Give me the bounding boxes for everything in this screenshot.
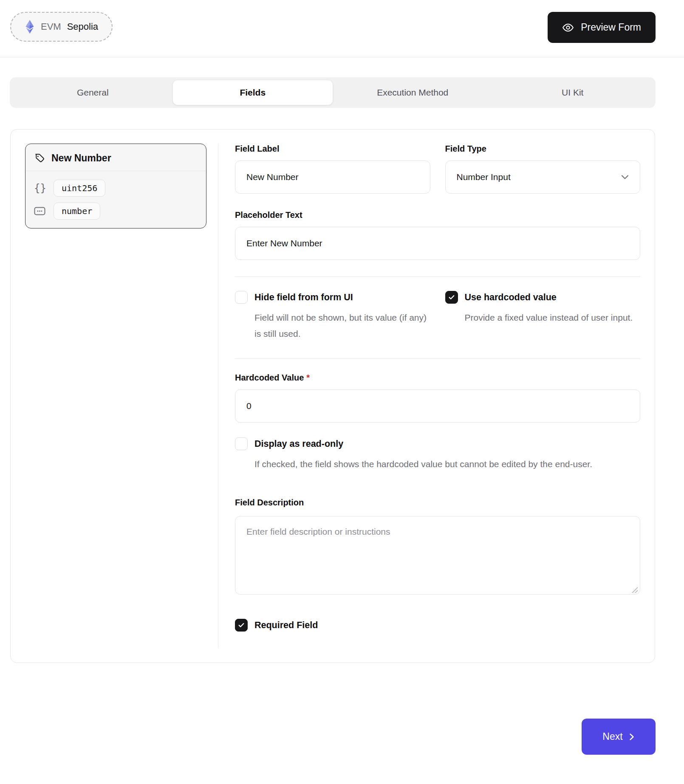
field-description-group: Field Description: [235, 497, 640, 596]
field-type-select[interactable]: Number Input: [445, 161, 641, 194]
chevron-right-icon: [629, 733, 635, 741]
field-description-label: Field Description: [235, 497, 640, 508]
field-description-textarea[interactable]: [235, 516, 640, 595]
hide-field-checkbox[interactable]: [235, 291, 248, 304]
preview-form-label: Preview Form: [581, 22, 641, 33]
tab-bar: General Fields Execution Method UI Kit: [10, 77, 656, 108]
field-label-label: Field Label: [235, 144, 430, 154]
tag-icon: [34, 152, 45, 164]
next-button[interactable]: Next: [582, 719, 656, 755]
input-box-icon: [34, 207, 47, 215]
field-type-value: Number Input: [457, 172, 511, 182]
tab-execution-method[interactable]: Execution Method: [333, 80, 493, 105]
badge-network-label: Sepolia: [67, 21, 98, 32]
badge-platform-label: EVM: [41, 21, 61, 32]
placeholder-text-input[interactable]: [235, 227, 640, 260]
eye-icon: [562, 22, 574, 34]
field-list-column: New Number {} uint256: [25, 144, 218, 648]
ethereum-icon: [25, 20, 35, 34]
field-type-group: Field Type Number Input: [445, 144, 641, 194]
use-hardcoded-checkbox[interactable]: [445, 291, 458, 304]
display-readonly-checkbox[interactable]: [235, 437, 248, 450]
field-card-header: New Number: [25, 144, 206, 171]
input-kind-badge: number: [54, 203, 100, 220]
fields-editor-card: New Number {} uint256: [10, 129, 655, 663]
required-asterisk: *: [306, 373, 310, 382]
field-card-badges: {} uint256 number: [25, 171, 206, 228]
use-hardcoded-label[interactable]: Use hardcoded value: [465, 291, 557, 304]
placeholder-text-group: Placeholder Text: [235, 210, 640, 260]
use-hardcoded-description: Provide a fixed value instead of user in…: [465, 310, 635, 326]
tab-ui-kit[interactable]: UI Kit: [493, 80, 653, 105]
tab-fields[interactable]: Fields: [173, 80, 333, 105]
hide-field-description: Field will not be shown, but its value (…: [254, 310, 429, 342]
hardcoded-value-group: Hardcoded Value*: [235, 372, 640, 423]
display-readonly-label[interactable]: Display as read-only: [254, 437, 343, 450]
header-divider: [0, 57, 684, 57]
display-readonly-group: Display as read-only If checked, the fie…: [235, 437, 640, 472]
section-divider-1: [235, 276, 640, 277]
network-badge[interactable]: EVM Sepolia: [10, 12, 113, 42]
preview-form-button[interactable]: Preview Form: [548, 12, 656, 43]
abi-type-badge: uint256: [54, 180, 105, 197]
abi-type-row: {} uint256: [34, 180, 198, 197]
display-readonly-description: If checked, the field shows the hardcode…: [254, 456, 620, 472]
braces-icon: {}: [34, 182, 47, 194]
input-kind-row: number: [34, 203, 198, 220]
field-label-group: Field Label: [235, 144, 430, 194]
required-field-label[interactable]: Required Field: [254, 619, 318, 632]
hide-field-label[interactable]: Hide field from form UI: [254, 291, 353, 304]
tab-general[interactable]: General: [13, 80, 173, 105]
field-label-input[interactable]: [235, 161, 430, 194]
hardcoded-value-input[interactable]: [235, 389, 640, 423]
field-editor-column: Field Label Field Type Number Input Plac…: [218, 144, 640, 648]
hide-field-group: Hide field from form UI Field will not b…: [235, 291, 430, 342]
placeholder-text-label: Placeholder Text: [235, 210, 640, 220]
use-hardcoded-group: Use hardcoded value Provide a fixed valu…: [445, 291, 641, 342]
field-list-item-selected[interactable]: New Number {} uint256: [25, 144, 206, 228]
field-type-label: Field Type: [445, 144, 641, 154]
header: EVM Sepolia Preview Form: [0, 0, 684, 43]
next-button-label: Next: [602, 731, 622, 742]
required-field-checkbox[interactable]: [235, 619, 248, 632]
field-card-title: New Number: [51, 152, 111, 164]
chevron-down-icon: [621, 175, 629, 180]
required-field-group: Required Field: [235, 619, 640, 632]
footer: Next: [0, 663, 684, 755]
hardcoded-value-label: Hardcoded Value: [235, 373, 304, 382]
section-divider-2: [235, 358, 640, 359]
